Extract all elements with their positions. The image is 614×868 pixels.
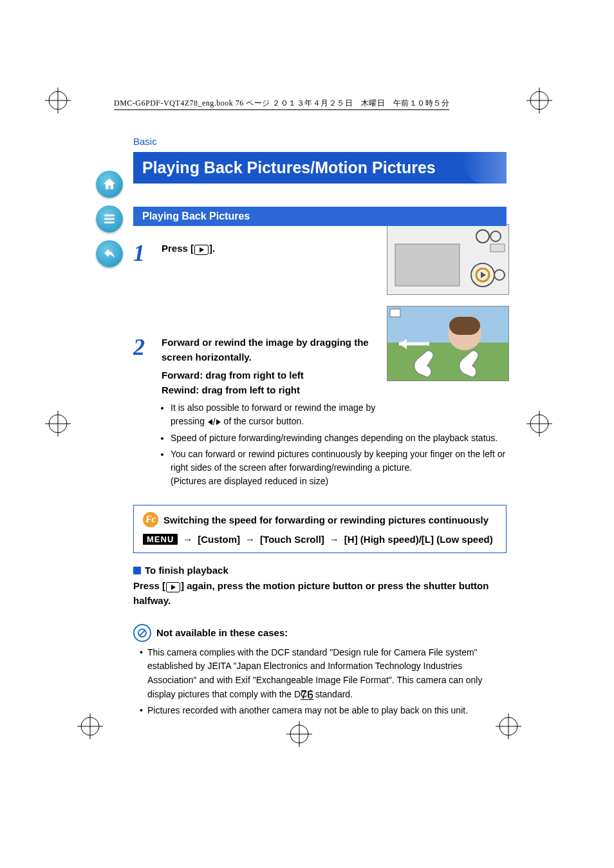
menu-step: [H] (High speed)/[L] (Low speed) xyxy=(344,534,493,545)
svg-marker-40 xyxy=(208,419,212,425)
page-title: Playing Back Pictures/Motion Pictures xyxy=(133,152,507,184)
regmark-bl xyxy=(77,713,103,739)
section-header: Playing Back Pictures xyxy=(133,207,507,226)
step-1-text-before: Press [ xyxy=(162,243,194,254)
menu-step: [Touch Scroll] xyxy=(260,534,324,545)
playback-icon xyxy=(194,245,209,255)
svg-line-44 xyxy=(140,630,145,636)
square-bullet-icon xyxy=(133,567,141,574)
menu-step: [Custom] xyxy=(198,534,240,545)
step-2-title: Forward or rewind the image by dragging … xyxy=(162,335,380,364)
book-header-line: DMC-G6PDF-VQT4Z78_eng.book 76 ページ ２０１３年４… xyxy=(114,98,449,110)
playback-icon xyxy=(166,582,180,592)
page-content: DMC-G6PDF-VQT4Z78_eng.book 76 ページ ２０１３年４… xyxy=(133,97,507,721)
regmark-bc xyxy=(286,721,312,747)
bullet-icon: • xyxy=(140,704,145,718)
step-1: 1 Press []. xyxy=(133,241,507,265)
step-2-rewind: Rewind: drag from left to right xyxy=(162,383,507,398)
menu-badge: MENU xyxy=(143,534,178,545)
arrow-icon: → xyxy=(327,534,342,545)
speed-panel: Fc Switching the speed for forwarding or… xyxy=(133,505,507,553)
step-2-forward: Forward: drag from right to left xyxy=(162,368,507,383)
not-available-icon xyxy=(133,624,151,642)
back-button[interactable] xyxy=(96,240,123,267)
svg-marker-42 xyxy=(171,585,176,590)
panel-heading: Switching the speed for forwarding or re… xyxy=(163,514,488,525)
step-2: 2 Forward or rewind the image by draggin… xyxy=(133,335,507,491)
regmark-tr xyxy=(526,88,552,113)
regmark-ml xyxy=(45,411,71,437)
footnote-text: Pictures recorded with another camera ma… xyxy=(147,704,468,718)
svg-rect-21 xyxy=(105,215,115,216)
list-item: Speed of picture forwarding/rewinding ch… xyxy=(171,431,507,445)
fc-badge-icon: Fc xyxy=(143,512,158,527)
menu-path: MENU → [Custom] → [Touch Scroll] → [H] (… xyxy=(143,534,497,545)
arrow-icon: → xyxy=(243,534,257,545)
contents-button[interactable] xyxy=(96,205,123,232)
bullet-paren: (Pictures are displayed reduced in size) xyxy=(171,476,328,486)
svg-marker-41 xyxy=(216,419,221,425)
finish-body: Press [] again, press the motion picture… xyxy=(133,578,507,609)
regmark-tl xyxy=(45,88,71,113)
left-right-cursor-icon: / xyxy=(207,415,221,429)
regmark-mr xyxy=(526,411,552,437)
finish-playback-heading: To finish playback xyxy=(133,565,507,576)
step-1-text-after: ]. xyxy=(209,243,215,254)
list-item: You can forward or rewind pictures conti… xyxy=(171,448,507,488)
svg-marker-39 xyxy=(200,247,204,252)
bullet-text: You can forward or rewind pictures conti… xyxy=(171,449,505,473)
step-number: 2 xyxy=(133,335,150,491)
pdf-nav-sidebar xyxy=(96,171,123,267)
finish-body-before: Press [ xyxy=(133,580,165,591)
step-number: 1 xyxy=(133,241,150,265)
not-available-heading-text: Not available in these cases: xyxy=(156,627,288,638)
finish-body-after: ] again, press the motion picture button… xyxy=(133,580,488,606)
list-item: It is also possible to forward or rewind… xyxy=(171,401,383,429)
not-available-heading: Not available in these cases: xyxy=(133,624,507,642)
footnote: •Pictures recorded with another camera m… xyxy=(140,704,507,718)
page-number: 76 xyxy=(0,688,614,702)
finish-heading-text: To finish playback xyxy=(145,565,228,576)
arrow-icon: → xyxy=(180,534,195,545)
svg-rect-22 xyxy=(105,218,115,220)
breadcrumb: Basic xyxy=(133,136,507,147)
bullet-text: of the cursor button. xyxy=(221,416,304,426)
home-button[interactable] xyxy=(96,171,123,198)
svg-rect-23 xyxy=(105,222,115,223)
step-2-bullets: It is also possible to forward or rewind… xyxy=(162,401,507,488)
not-available-notes: •This camera complies with the DCF stand… xyxy=(133,646,507,718)
